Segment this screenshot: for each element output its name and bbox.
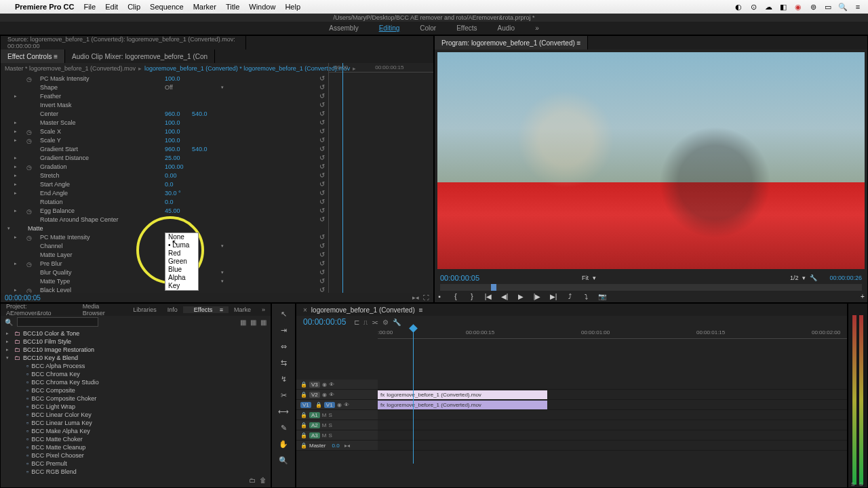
lift-button[interactable]: ⤴ [565, 293, 574, 300]
link-icon[interactable]: ⫘ [372, 319, 378, 326]
track-row[interactable] [378, 380, 847, 390]
reset-icon[interactable]: ↺ [319, 180, 325, 188]
track-row[interactable]: fxlogoremove_before_1 (Converted).mov [378, 390, 847, 400]
prop-value[interactable]: 0.0 [165, 199, 174, 205]
go-in-button[interactable]: } [467, 293, 477, 300]
twirl-icon[interactable]: ▸ [14, 164, 17, 169]
reset-icon[interactable]: ↺ [319, 75, 325, 82]
tree-leaf[interactable]: ▫BCC Linear Luma Key [1, 419, 271, 427]
prop-value[interactable]: Off [165, 84, 173, 91]
tree-leaf[interactable]: ▫BCC Matte Cleanup [1, 443, 271, 451]
zoom-tool[interactable]: 🔍 [276, 454, 291, 466]
track-row[interactable] [378, 430, 847, 441]
stopwatch-icon[interactable]: ◷ [26, 287, 32, 293]
effect-timecode[interactable]: 00:00:00:05 [5, 294, 41, 302]
prop-value-2[interactable]: 540.0 [192, 110, 208, 117]
stopwatch-icon[interactable]: ◷ [26, 138, 32, 143]
workspace-color[interactable]: Color [420, 24, 436, 32]
dropdown-option[interactable]: None [165, 233, 198, 241]
timeline-timecode[interactable]: 00:00:00:05 [303, 317, 346, 327]
tree-leaf[interactable]: ▫BCC Composite [1, 386, 271, 394]
workspace-editing[interactable]: Editing [379, 24, 400, 32]
rolling-tool[interactable]: ⇆ [276, 357, 291, 369]
stopwatch-icon[interactable]: ◷ [26, 261, 32, 266]
reset-icon[interactable]: ↺ [319, 92, 325, 100]
program-video[interactable] [437, 52, 865, 269]
reset-icon[interactable]: ↺ [319, 83, 325, 91]
effects-search-input[interactable] [17, 317, 98, 327]
reset-icon[interactable]: ↺ [319, 145, 325, 152]
chevron-down-icon[interactable]: ▾ [593, 274, 596, 281]
wrench-icon[interactable]: 🔧 [393, 319, 401, 326]
workspace-effects[interactable]: Effects [456, 24, 477, 32]
prop-value[interactable]: 0.00 [165, 172, 177, 179]
reset-icon[interactable]: ↺ [319, 268, 325, 276]
tree-folder[interactable]: ▾🗀BCC10 Key & Blend [1, 354, 271, 362]
tree-leaf[interactable]: ▫BCC Chroma Key Studio [1, 378, 271, 386]
reset-icon[interactable]: ↺ [319, 127, 325, 135]
mark-in-button[interactable]: ▪ [435, 293, 444, 300]
tab-info[interactable]: Info [162, 306, 183, 313]
track-row[interactable] [378, 410, 847, 420]
stopwatch-icon[interactable]: ◷ [26, 76, 32, 81]
stopwatch-icon[interactable]: ◷ [26, 235, 32, 240]
channel-dropdown[interactable]: NoneLumaRedGreenBlueAlphaKey [165, 232, 199, 291]
tree-leaf[interactable]: ▫BCC RGB Blend [1, 468, 271, 476]
twirl-icon[interactable]: ▸ [14, 208, 17, 214]
program-tc-out[interactable]: 00:00:00:26 [829, 274, 862, 281]
prop-value[interactable]: 960.0 [165, 110, 180, 117]
zoom-level[interactable]: 1/2 [790, 274, 799, 281]
timeline-playhead[interactable] [413, 328, 414, 464]
tab-libraries[interactable]: Libraries [127, 306, 162, 313]
fit-dropdown[interactable]: Fit [582, 274, 589, 281]
tree-folder[interactable]: ▸🗀BCC10 Image Restoration [1, 346, 271, 354]
dropdown-option[interactable]: Alpha [165, 274, 198, 282]
expand-icon[interactable]: ⛶ [423, 294, 429, 301]
selection-tool[interactable]: ↖ [276, 308, 291, 320]
twirl-icon[interactable]: ▸ [14, 235, 17, 240]
tree-folder[interactable]: ▸🗀BCC10 Color & Tone [1, 329, 271, 338]
twirl-icon[interactable]: ▸ [14, 129, 17, 134]
track-head-v3[interactable]: 🔒V3◉👁 [296, 380, 378, 390]
tab-media-browser[interactable]: Media Browser [77, 303, 128, 317]
reset-icon[interactable]: ↺ [319, 119, 325, 126]
reset-icon[interactable]: ↺ [319, 251, 325, 258]
wifi-icon[interactable]: ⊚ [808, 2, 818, 12]
twirl-icon[interactable]: ▸ [14, 182, 17, 187]
reset-icon[interactable]: ↺ [319, 277, 325, 285]
reset-icon[interactable]: ↺ [319, 189, 325, 197]
dropdown-option[interactable]: Green [165, 258, 198, 266]
reset-icon[interactable]: ↺ [319, 101, 325, 108]
twirl-icon[interactable]: ▸ [14, 261, 17, 266]
tree-leaf[interactable]: ▫BCC Chroma Key [1, 370, 271, 378]
chevron-down-icon[interactable]: ▾ [221, 243, 224, 249]
track-head-a3[interactable]: 🔒A3MS [296, 430, 378, 441]
slip-tool[interactable]: ⟷ [276, 405, 291, 418]
zoom-icon[interactable]: ▸◂ [412, 294, 419, 301]
track-row[interactable] [378, 420, 847, 430]
prop-value[interactable]: 45.00 [165, 207, 180, 214]
pen-tool[interactable]: ✎ [276, 422, 291, 434]
add-button[interactable]: + [858, 293, 867, 300]
twirl-icon[interactable]: ▸ [14, 287, 17, 293]
marker-icon[interactable]: ⎍ [363, 319, 368, 326]
preset-icon[interactable]: ▦ [250, 319, 256, 326]
twirl-icon[interactable]: ▸ [14, 94, 17, 99]
tree-leaf[interactable]: ▫BCC Linear Color Key [1, 411, 271, 419]
prop-value[interactable]: 100.00 [165, 163, 184, 170]
export-frame-button[interactable]: 📷 [597, 293, 607, 300]
prop-value[interactable]: 0.0 [165, 181, 174, 188]
wrench-icon[interactable]: 🔧 [810, 274, 817, 281]
cloud-icon[interactable]: ☁ [764, 2, 773, 12]
timeline-tab[interactable]: logoremove_before_1 (Converted) [311, 306, 415, 314]
tree-leaf[interactable]: ▫BCC Make Alpha Key [1, 427, 271, 435]
stopwatch-icon[interactable]: ◷ [26, 208, 32, 214]
status-icon[interactable]: ◐ [734, 2, 743, 12]
track-row[interactable]: fxlogoremove_before_1 (Converted).mov [378, 400, 847, 410]
twirl-icon[interactable]: ▾ [7, 226, 10, 231]
tab-audio-mixer[interactable]: Audio Clip Mixer: logoremove_before_1 (C… [65, 49, 215, 63]
track-head-a1[interactable]: 🔒A1MS [296, 410, 378, 420]
next-frame-button[interactable]: |▶ [532, 293, 542, 300]
step-fwd-button[interactable]: ▶| [549, 293, 558, 300]
tree-folder[interactable]: ▸🗀BCC10 Film Style [1, 338, 271, 346]
